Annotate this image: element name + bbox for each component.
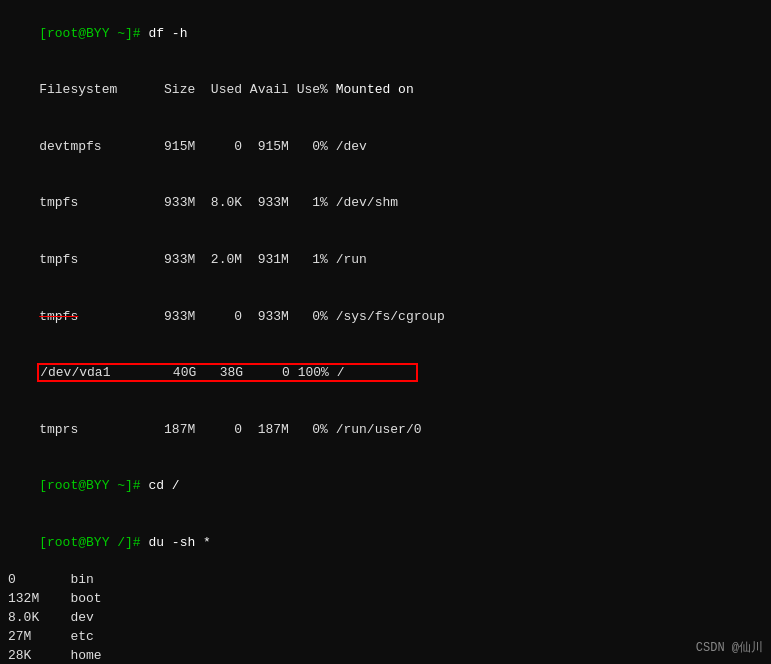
cmd-cd: [root@BYY ~]# cd / xyxy=(8,458,763,515)
df-tmpfs-cgroup: tmpfs 933M 0 933M 0% /sys/fs/cgroup xyxy=(8,289,763,346)
du-boot: 132M boot xyxy=(8,590,763,609)
df-header: Filesystem Size Used Avail Use% Mounted … xyxy=(8,63,763,120)
df-tmprs-user: tmprs 187M 0 187M 0% /run/user/0 xyxy=(8,402,763,459)
du-dev: 8.0K dev xyxy=(8,609,763,628)
watermark: CSDN @仙川 xyxy=(696,639,763,656)
df-vda1: /dev/vda1 40G 38G 0 100% / xyxy=(8,345,763,402)
cmd-du: [root@BYY /]# du -sh * xyxy=(8,515,763,572)
du-home: 28K home xyxy=(8,647,763,664)
df-tmpfs-shm: tmpfs 933M 8.0K 933M 1% /dev/shm xyxy=(8,176,763,233)
cmd-df-h: [root@BYY ~]# df -h xyxy=(8,6,763,63)
terminal: [root@BYY ~]# df -h Filesystem Size Used… xyxy=(0,0,771,664)
du-bin: 0 bin xyxy=(8,571,763,590)
df-tmpfs-run: tmpfs 933M 2.0M 931M 1% /run xyxy=(8,232,763,289)
df-devtmpfs: devtmpfs 915M 0 915M 0% /dev xyxy=(8,119,763,176)
du-etc: 27M etc xyxy=(8,628,763,647)
